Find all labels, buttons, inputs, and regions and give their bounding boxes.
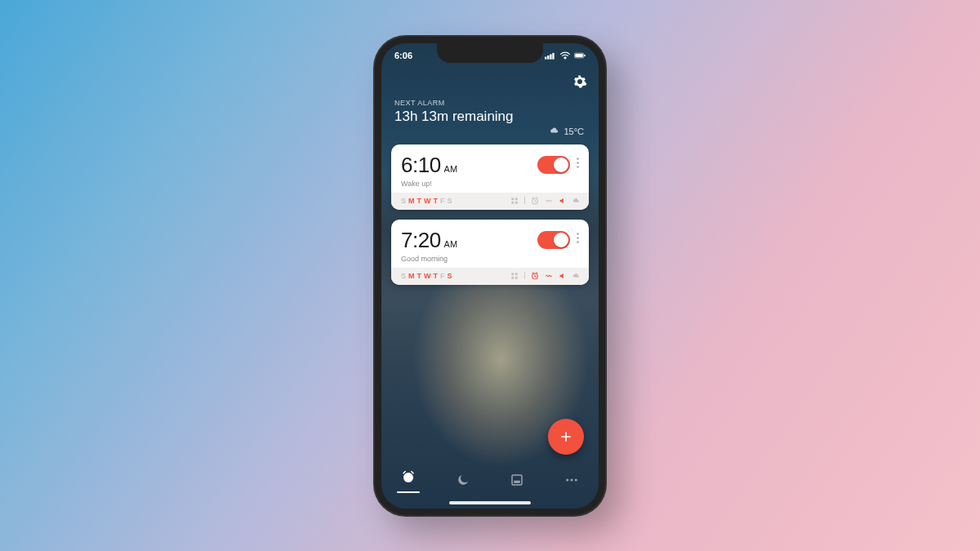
day-indicator: M [408,197,415,205]
svg-rect-12 [511,273,514,275]
alarm-toggle[interactable] [537,156,570,174]
alarm-ampm: AM [444,239,458,249]
day-indicator: T [434,272,439,280]
feature-icon-snooze [531,197,539,205]
weather-badge: 15°C [550,127,584,137]
gear-icon [572,74,587,89]
separator [524,197,525,204]
svg-point-21 [575,478,577,481]
home-indicator [449,501,531,504]
day-indicator: W [424,197,431,205]
svg-rect-0 [545,56,546,59]
wifi-icon [559,51,571,60]
day-indicator: T [417,197,422,205]
day-indicator: S [448,272,452,280]
status-time: 6:06 [394,51,412,60]
feature-icon-snooze [531,272,539,280]
day-indicator: M [408,272,415,280]
next-alarm-label: NEXT ALARM [394,99,586,107]
day-indicator: T [434,197,439,205]
sleep-icon [456,473,470,491]
feature-icon-weather [572,272,581,280]
alarm-label: Wake up! [401,180,537,188]
feature-icon-sound [559,197,567,205]
day-indicator: S [401,272,406,280]
signal-icon [545,51,556,60]
feature-icon-weather [572,197,581,205]
toggle-knob [554,233,568,247]
svg-point-20 [570,478,572,481]
day-indicator: T [417,272,422,280]
screen: 6:06 NEXT ALARM 13h 13m remaining 15°C 6… [381,43,599,509]
alarm-options-button[interactable] [570,153,584,168]
svg-rect-2 [550,54,551,59]
alarm-ampm: AM [444,164,458,174]
day-indicator: F [440,272,445,280]
svg-rect-14 [511,276,514,278]
more-icon [564,473,579,491]
notch [437,43,543,63]
feature-row [510,197,581,205]
settings-button[interactable] [572,74,587,92]
svg-point-19 [566,478,568,481]
feature-row [510,272,581,280]
day-indicator: W [424,272,431,280]
plus-icon [559,429,573,444]
add-alarm-button[interactable] [548,419,584,455]
alarms-icon [401,470,416,488]
tab-notes[interactable] [501,473,533,491]
alarm-time: 7:20 [401,228,441,253]
feature-icon-grid [510,197,519,205]
phone-frame: 6:06 NEXT ALARM 13h 13m remaining 15°C 6… [373,35,607,517]
day-indicator: S [401,197,406,205]
alarm-card[interactable]: 7:20 AM Good morning SMTWTFS [391,220,589,285]
svg-rect-8 [515,198,518,200]
svg-rect-10 [515,201,518,203]
day-indicator: F [440,197,445,205]
notes-icon [510,473,524,491]
tab-more[interactable] [555,473,588,491]
svg-rect-13 [515,273,518,275]
alarm-list: 6:10 AM Wake up! SMTWTFS 7:20 AM [391,144,589,285]
feature-icon-vibrate [545,272,553,280]
battery-icon [574,51,586,60]
next-alarm-block: NEXT ALARM 13h 13m remaining [394,99,586,125]
svg-rect-7 [511,198,514,200]
svg-rect-1 [547,56,549,60]
feature-icon-grid [510,272,519,280]
alarm-toggle[interactable] [537,231,570,249]
separator [524,272,525,279]
tab-alarms[interactable] [392,470,425,493]
day-row: SMTWTFS [401,197,452,205]
alarm-options-button[interactable] [570,228,584,243]
feature-icon-sound [559,272,567,280]
day-indicator: S [448,197,452,205]
next-alarm-remaining: 13h 13m remaining [394,109,586,125]
svg-rect-6 [584,54,585,56]
toggle-knob [554,158,568,172]
svg-rect-17 [512,475,522,485]
alarm-time: 6:10 [401,153,441,178]
feature-icon-vibrate [545,197,553,205]
weather-temp: 15°C [564,127,584,136]
day-row: SMTWTFS [401,272,452,280]
svg-rect-9 [511,201,514,203]
alarm-label: Good morning [401,255,537,263]
svg-rect-15 [515,276,518,278]
weather-icon [550,127,560,137]
tab-sleep[interactable] [447,473,479,491]
svg-rect-3 [552,52,554,59]
svg-rect-18 [514,480,521,482]
tab-underline [397,491,420,493]
svg-rect-5 [575,54,583,57]
alarm-card[interactable]: 6:10 AM Wake up! SMTWTFS [391,144,589,210]
